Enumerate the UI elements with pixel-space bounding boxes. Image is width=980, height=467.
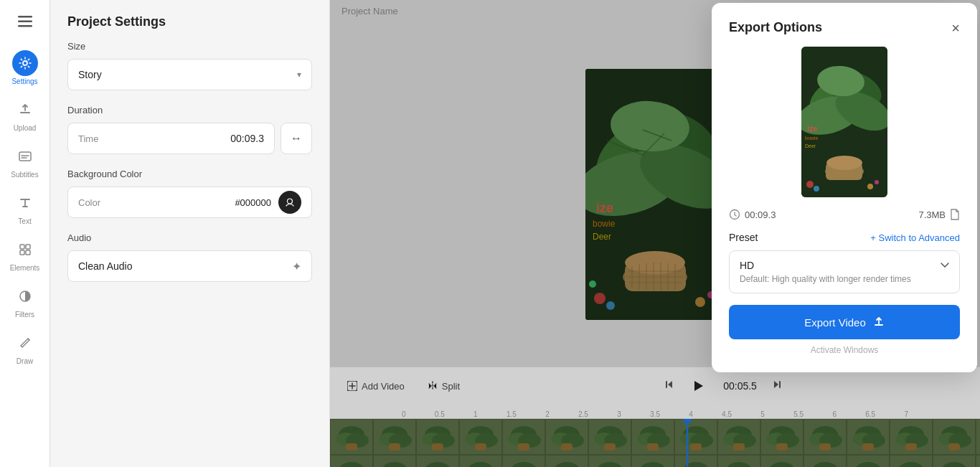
svg-rect-2 (18, 25, 32, 27)
clock-icon (729, 209, 740, 220)
filters-icon (12, 283, 38, 309)
activate-windows-watermark: Activate Windows (729, 345, 960, 355)
sidebar-item-upload[interactable]: Upload (0, 93, 50, 136)
preset-section: Preset + Switch to Advanced HD Default: … (729, 232, 960, 293)
export-meta-left: 00:09.3 (729, 209, 776, 220)
size-label: Size (67, 41, 312, 52)
svg-rect-1 (18, 21, 32, 23)
export-button-label: Export Video (804, 316, 866, 329)
svg-point-70 (875, 180, 879, 184)
menu-icon[interactable] (12, 9, 38, 34)
svg-point-3 (23, 61, 27, 65)
subtitles-icon (12, 143, 38, 169)
text-icon (12, 190, 38, 216)
sidebar-item-subtitles[interactable]: Subtitles (0, 139, 50, 183)
preview-area: Project Name (330, 0, 980, 467)
audio-section: Audio Clean Audio ✦ (50, 232, 329, 296)
export-meta: 00:09.3 7.3MB (729, 209, 960, 220)
svg-rect-4 (20, 112, 30, 113)
export-upload-icon (873, 316, 885, 328)
elements-icon (12, 237, 38, 263)
svg-text:ize: ize (807, 124, 818, 133)
modal-overlay: Export Options × (330, 0, 980, 467)
export-modal: Export Options × (712, 3, 977, 372)
sidebar-item-settings-label: Settings (11, 77, 37, 85)
export-preview: ize bowie Deer (729, 47, 960, 197)
audio-value: Clean Audio (78, 260, 133, 272)
duration-row: Time 00:09.3 ↔ (67, 123, 312, 154)
arrow-icon: ↔ (291, 132, 302, 145)
svg-text:Deer: Deer (805, 143, 816, 148)
svg-rect-9 (26, 245, 30, 249)
svg-point-68 (814, 186, 819, 192)
duration-time-value: 00:09.3 (230, 133, 264, 144)
color-right: #000000 (235, 191, 301, 214)
sparkle-icon: ✦ (292, 260, 301, 273)
duration-time-label: Time (78, 133, 98, 144)
sidebar-item-upload-label: Upload (14, 124, 37, 132)
svg-rect-5 (19, 152, 31, 161)
close-modal-button[interactable]: × (951, 21, 960, 35)
file-size: 7.3MB (918, 209, 946, 220)
sidebar-item-subtitles-label: Subtitles (11, 171, 38, 179)
upload-icon (12, 97, 38, 123)
color-label: Color (78, 197, 100, 208)
size-value: Story (78, 69, 102, 80)
sidebar-item-filters[interactable]: Filters (0, 279, 50, 323)
size-section: Size Story ▾ (50, 41, 329, 105)
preset-dropdown-header: HD (740, 260, 949, 271)
svg-text:bowie: bowie (805, 136, 818, 141)
export-duration: 00:09.3 (745, 209, 776, 220)
sidebar-item-settings[interactable]: Settings (0, 46, 50, 90)
background-color-label: Background Color (67, 169, 312, 179)
sidebar-item-elements-label: Elements (10, 264, 40, 272)
svg-rect-11 (26, 250, 30, 255)
settings-panel: Project Settings Size Story ▾ Duration T… (50, 0, 330, 467)
sidebar-item-text-label: Text (18, 217, 31, 225)
duration-section: Duration Time 00:09.3 ↔ (50, 105, 329, 169)
sidebar-item-elements[interactable]: Elements (0, 232, 50, 276)
sidebar-item-filters-label: Filters (15, 311, 34, 319)
preset-label: Preset (729, 232, 758, 243)
duration-label: Duration (67, 105, 312, 115)
size-select[interactable]: Story ▾ (67, 59, 312, 90)
color-picker-button[interactable] (278, 191, 301, 214)
dropdown-chevron-icon (941, 263, 949, 268)
draw-icon (12, 330, 38, 356)
preset-name: HD (740, 260, 754, 271)
audio-select[interactable]: Clean Audio ✦ (67, 250, 312, 282)
export-video-button[interactable]: Export Video (729, 305, 960, 339)
export-meta-size: 7.3MB (918, 209, 960, 220)
export-preview-image: ize bowie Deer (801, 47, 887, 197)
duration-input[interactable]: Time 00:09.3 (67, 123, 275, 154)
preset-description: Default: High quality with longer render… (740, 274, 949, 284)
settings-panel-title: Project Settings (50, 0, 329, 41)
svg-rect-8 (20, 245, 24, 249)
export-modal-title: Export Options (729, 20, 822, 35)
svg-point-67 (806, 181, 814, 188)
sidebar-item-draw-label: Draw (17, 357, 33, 365)
switch-advanced-button[interactable]: + Switch to Advanced (870, 232, 960, 243)
sidebar-item-text[interactable]: Text (0, 186, 50, 230)
preset-header: Preset + Switch to Advanced (729, 232, 960, 243)
svg-point-69 (867, 184, 873, 189)
color-row: Color #000000 (67, 187, 312, 218)
svg-rect-10 (20, 250, 24, 255)
export-modal-header: Export Options × (729, 20, 960, 35)
sidebar-item-draw[interactable]: Draw (0, 326, 50, 369)
svg-rect-75 (875, 324, 883, 326)
duration-arrow-button[interactable]: ↔ (281, 123, 312, 154)
settings-icon (12, 50, 38, 76)
background-color-section: Background Color Color #000000 (50, 169, 329, 232)
preset-dropdown[interactable]: HD Default: High quality with longer ren… (729, 250, 960, 293)
sidebar: Settings Upload Subtitles Text (0, 0, 50, 467)
size-chevron-icon: ▾ (297, 70, 301, 80)
color-hex-value: #000000 (235, 197, 271, 208)
svg-point-66 (826, 156, 862, 170)
svg-rect-0 (18, 16, 32, 18)
file-icon (950, 209, 960, 220)
audio-label: Audio (67, 232, 312, 243)
main-area: Project Settings Size Story ▾ Duration T… (50, 0, 980, 467)
